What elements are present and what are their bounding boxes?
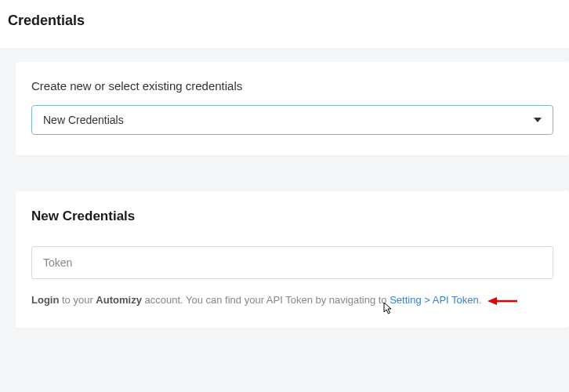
- arrow-annotation-icon: [487, 296, 517, 306]
- login-strong: Login: [31, 294, 59, 306]
- helper-text: Login to your Automizy account. You can …: [31, 293, 553, 307]
- brand-strong: Automizy: [96, 294, 142, 306]
- chevron-down-icon: [534, 118, 542, 122]
- select-credentials-card: Create new or select existing credential…: [16, 62, 569, 155]
- credentials-select[interactable]: New Credentials: [31, 105, 553, 135]
- svg-marker-1: [487, 297, 497, 305]
- token-input[interactable]: [31, 246, 553, 279]
- new-credentials-heading: New Credentials: [31, 209, 553, 224]
- content-area: Create new or select existing credential…: [0, 48, 569, 392]
- new-credentials-card: New Credentials Login to your Automizy a…: [16, 191, 569, 328]
- select-value: New Credentials: [43, 114, 124, 126]
- select-label: Create new or select existing credential…: [31, 79, 553, 93]
- page-title: Credentials: [0, 0, 569, 48]
- api-token-link[interactable]: Setting > API Token: [390, 294, 479, 306]
